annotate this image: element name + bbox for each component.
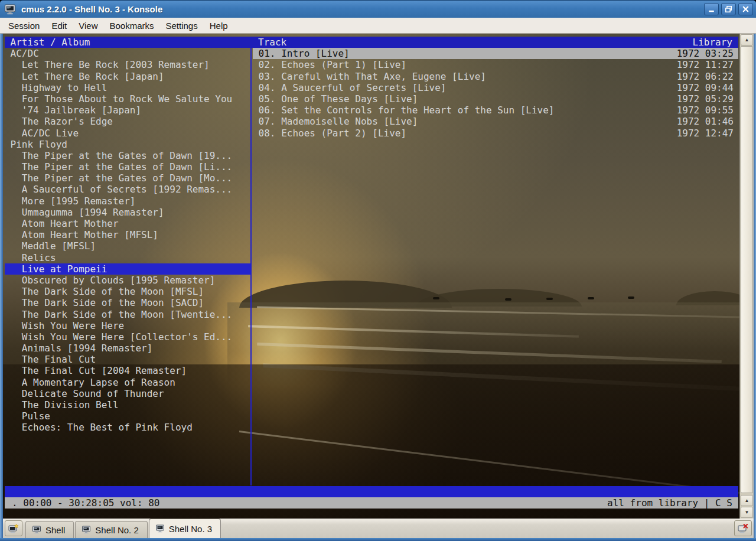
scroll-up-icon[interactable]: ▲	[741, 495, 753, 506]
menu-view[interactable]: View	[73, 19, 103, 32]
track-row[interactable]: 08. Echoes (Part 2) [Live]1972 12:47	[253, 128, 738, 139]
track-row[interactable]: 02. Echoes (Part 1) [Live]1972 11:27	[253, 59, 738, 70]
scroll-down-icon[interactable]: ▼	[741, 507, 753, 518]
track-title: 04. A Saucerful of Secrets [Live]	[253, 82, 446, 93]
track-row[interactable]: 07. Mademoiselle Nobs [Live]1972 01:46	[253, 116, 738, 127]
album-row[interactable]: Let There Be Rock [2003 Remaster]	[5, 59, 250, 70]
album-row[interactable]: AC/DC Live	[5, 128, 250, 139]
track-row[interactable]: 04. A Saucerful of Secrets [Live]1972 09…	[253, 82, 738, 93]
track-year-duration: 1972 12:47	[677, 128, 738, 139]
album-row[interactable]: The Dark Side of the Moon [MFSL]	[5, 286, 250, 297]
minimize-button[interactable]	[704, 3, 719, 15]
playback-status: . 00:00 - 30:28:05 vol: 80	[12, 497, 159, 509]
album-row[interactable]: The Final Cut	[5, 354, 250, 365]
album-row[interactable]: Relics	[5, 252, 250, 263]
wave-foam	[257, 306, 739, 318]
track-list: 01. Intro [Live]1972 03:2502. Echoes (Pa…	[253, 48, 738, 139]
track-year-duration: 1972 09:55	[677, 105, 738, 116]
artist-album-list: AC/DCLet There Be Rock [2003 Remaster]Le…	[5, 48, 250, 433]
album-row[interactable]: The Piper at the Gates of Dawn [Li...	[5, 161, 250, 172]
artist-row[interactable]: AC/DC	[5, 48, 250, 59]
album-row[interactable]: For Those About to Rock We Salute You	[5, 93, 250, 105]
track-title: 05. One of These Days [Live]	[253, 93, 418, 105]
album-row[interactable]: Delicate Sound of Thunder	[5, 388, 250, 399]
menu-bar: SessionEditViewBookmarksSettingsHelp	[0, 18, 756, 34]
album-row[interactable]: Obscured by Clouds [1995 Remaster]	[5, 275, 250, 286]
scroll-up-icon[interactable]: ▲	[741, 34, 753, 45]
window-border-right	[754, 34, 756, 541]
track-title: 08. Echoes (Part 2) [Live]	[253, 128, 406, 139]
close-button[interactable]	[738, 3, 753, 15]
tab-strip: ShellShell No. 2Shell No. 3	[25, 519, 222, 538]
track-title: 02. Echoes (Part 1) [Live]	[253, 59, 406, 70]
track-title: 07. Mademoiselle Nobs [Live]	[253, 116, 418, 127]
album-row[interactable]: The Razor's Edge	[5, 116, 250, 127]
title-bar[interactable]: cmus 2.2.0 - Shell No. 3 - Konsole	[0, 0, 756, 18]
wave-foam	[248, 325, 579, 338]
album-row[interactable]: Wish You Were Here [Collector's Ed...	[5, 331, 250, 343]
new-session-button[interactable]	[5, 520, 22, 536]
track-row-highlighted[interactable]: 01. Intro [Live]1972 03:25	[253, 48, 738, 59]
tab-label: Shell	[45, 525, 65, 535]
session-tab-bar: ShellShell No. 2Shell No. 3	[3, 519, 754, 538]
window-border-bottom	[0, 538, 756, 541]
scrollbar[interactable]: ▲ ▲ ▼	[739, 34, 754, 519]
menu-session[interactable]: Session	[2, 19, 45, 32]
track-year-duration: 1972 03:25	[677, 48, 738, 59]
track-year-duration: 1972 05:29	[677, 93, 738, 105]
menu-help[interactable]: Help	[204, 19, 234, 32]
album-row[interactable]: Highway to Hell	[5, 82, 250, 93]
track-year-duration: 1972 06:22	[677, 71, 738, 82]
album-row[interactable]: The Piper at the Gates of Dawn [19...	[5, 150, 250, 161]
scrollbar-thumb[interactable]	[741, 46, 753, 493]
album-row[interactable]: The Final Cut [2004 Remaster]	[5, 365, 250, 376]
tab-shell-no-3[interactable]: Shell No. 3	[149, 519, 221, 538]
menu-edit[interactable]: Edit	[45, 19, 73, 32]
cmus-pane-headers: Artist / Album Track Library	[5, 37, 738, 48]
album-row-selected[interactable]: Live at Pompeii	[5, 263, 250, 275]
track-title: 03. Careful with That Axe, Eugene [Live]	[253, 71, 486, 82]
album-row[interactable]: Ummagumma [1994 Remaster]	[5, 207, 250, 218]
tab-shell[interactable]: Shell	[25, 521, 74, 538]
track-title: 01. Intro [Live]	[253, 48, 350, 59]
album-row[interactable]: Echoes: The Best of Pink Floyd	[5, 422, 250, 433]
konsole-icon	[4, 4, 16, 15]
album-row[interactable]: '74 Jailbreak [Japan]	[5, 105, 250, 116]
boats	[433, 297, 439, 299]
maximize-button[interactable]	[721, 3, 736, 15]
track-header: Track	[258, 37, 286, 48]
artist-album-header: Artist / Album	[11, 37, 90, 48]
track-row[interactable]: 05. One of These Days [Live]1972 05:29	[253, 93, 738, 105]
tab-label: Shell No. 3	[169, 524, 212, 534]
album-row[interactable]: More [1995 Remaster]	[5, 195, 250, 207]
mountain-silhouette	[416, 289, 582, 307]
album-row[interactable]: The Piper at the Gates of Dawn [Mo...	[5, 172, 250, 184]
cmus-status-line: . 00:00 - 30:28:05 vol: 80 all from libr…	[5, 497, 738, 509]
album-row[interactable]: Wish You Were Here	[5, 320, 250, 331]
album-row[interactable]: Meddle [MFSL]	[5, 240, 250, 252]
terminal-screen: Artist / Album Track Library AC/DCLet Th…	[3, 34, 739, 519]
album-row[interactable]: Animals [1994 Remaster]	[5, 343, 250, 354]
track-title: 06. Set the Controls for the Heart of th…	[253, 105, 555, 116]
tab-shell-no-2[interactable]: Shell No. 2	[75, 521, 147, 538]
menu-bookmarks[interactable]: Bookmarks	[103, 19, 159, 32]
artist-row[interactable]: Pink Floyd	[5, 139, 250, 150]
album-row[interactable]: Let There Be Rock [Japan]	[5, 71, 250, 82]
album-row[interactable]: A Momentary Lapse of Reason	[5, 377, 250, 388]
menu-settings[interactable]: Settings	[160, 19, 204, 32]
album-row[interactable]: Pulse	[5, 410, 250, 422]
album-row[interactable]: Atom Heart Mother	[5, 218, 250, 229]
track-year-duration: 1972 01:46	[677, 116, 738, 127]
close-session-button[interactable]	[734, 520, 752, 536]
album-row[interactable]: A Saucerful of Secrets [1992 Remas...	[5, 184, 250, 195]
track-year-duration: 1972 09:44	[677, 82, 738, 93]
track-row[interactable]: 06. Set the Controls for the Heart of th…	[253, 105, 738, 116]
album-row[interactable]: The Division Bell	[5, 399, 250, 410]
konsole-icon	[82, 526, 91, 534]
window-title: cmus 2.2.0 - Shell No. 3 - Konsole	[21, 4, 162, 14]
konsole-icon	[155, 524, 165, 533]
album-row[interactable]: The Dark Side of the Moon [Twentie...	[5, 309, 250, 320]
album-row[interactable]: The Dark Side of the Moon [SACD]	[5, 297, 250, 308]
album-row[interactable]: Atom Heart Mother [MFSL]	[5, 229, 250, 240]
track-row[interactable]: 03. Careful with That Axe, Eugene [Live]…	[253, 71, 738, 82]
